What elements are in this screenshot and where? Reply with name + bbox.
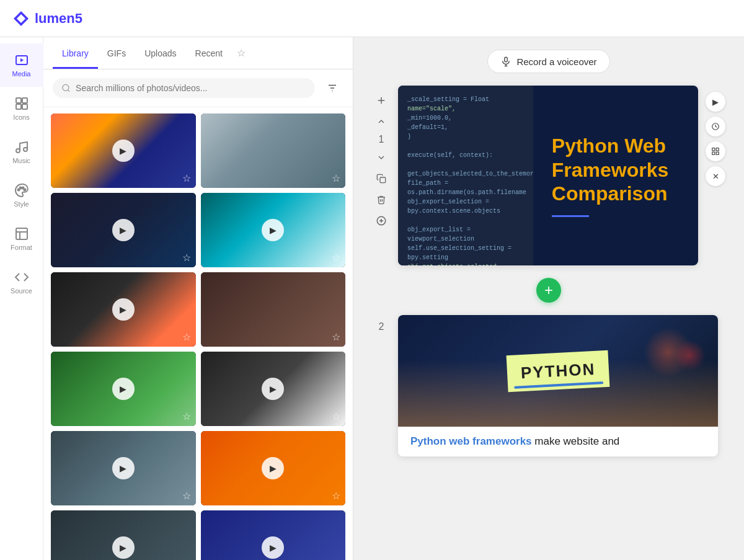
svg-rect-4 xyxy=(22,98,27,103)
favorites-star-icon[interactable]: ☆ xyxy=(237,47,246,59)
sidebar-item-icons[interactable]: Icons xyxy=(0,87,43,130)
svg-rect-5 xyxy=(16,104,21,109)
duplicate-button[interactable] xyxy=(373,170,390,187)
tab-recent[interactable]: Recent xyxy=(186,37,232,69)
scroll-down-button[interactable] xyxy=(373,149,390,166)
favorite-icon[interactable]: ☆ xyxy=(332,252,340,264)
slide2-body-text: make website and xyxy=(532,435,620,447)
play-icon: ▶ xyxy=(262,219,284,241)
slide-controls-left-1: 1 xyxy=(372,86,391,229)
delete-button[interactable] xyxy=(373,191,390,208)
list-item[interactable]: ▶ ☆ xyxy=(201,352,346,426)
slide-number-2: 2 xyxy=(379,321,384,332)
favorite-icon[interactable]: ☆ xyxy=(182,331,191,343)
slide-frame-1[interactable]: _scale_setting = Float name="scale", _mi… xyxy=(398,86,698,265)
icons-icon xyxy=(14,96,29,111)
sidebar-item-media-label: Media xyxy=(12,70,31,78)
search-icon xyxy=(61,83,71,93)
search-bar xyxy=(43,69,353,107)
play-icon: ▶ xyxy=(112,219,135,241)
sidebar-item-music-label: Music xyxy=(12,157,30,164)
favorite-icon[interactable]: ☆ xyxy=(182,490,191,502)
play-icon: ▶ xyxy=(112,536,135,559)
list-item[interactable]: ▶ ☆ xyxy=(51,352,196,426)
slide2-highlight-text: Python web frameworks xyxy=(410,435,532,447)
list-item[interactable]: ☆ xyxy=(201,113,346,188)
slide-code-background: _scale_setting = Float name="scale", _mi… xyxy=(398,86,533,265)
favorite-icon[interactable]: ☆ xyxy=(182,411,191,422)
trash-icon xyxy=(376,195,386,205)
sidebar: Media Icons Music xyxy=(0,37,43,560)
voiceover-button[interactable]: Record a voiceover xyxy=(487,50,609,73)
timer-button[interactable] xyxy=(706,117,725,136)
svg-point-8 xyxy=(24,148,27,151)
source-icon xyxy=(14,270,29,285)
slide-frame-2[interactable]: PYTHON Python web frameworks make websit… xyxy=(398,315,718,456)
filter-button[interactable] xyxy=(321,77,343,99)
sidebar-item-format[interactable]: Format xyxy=(0,217,43,260)
sidebar-item-source-label: Source xyxy=(11,287,32,295)
favorite-icon[interactable]: ☆ xyxy=(182,252,191,264)
search-input-wrapper xyxy=(53,78,315,98)
svg-rect-33 xyxy=(712,152,715,154)
svg-rect-26 xyxy=(380,177,386,183)
slide-underline xyxy=(552,215,589,217)
slide-controls-right-1: ▶ ✕ xyxy=(706,86,725,186)
slide-text-content-1: Python Web Frameworks Comparison xyxy=(533,115,698,235)
chevron-down-icon xyxy=(376,153,386,162)
tab-library[interactable]: Library xyxy=(53,37,98,69)
svg-line-17 xyxy=(68,90,69,92)
logo[interactable]: lumen5 xyxy=(12,10,82,27)
svg-rect-32 xyxy=(716,148,719,151)
media-panel: Library GIFs Uploads Recent ☆ xyxy=(43,37,353,560)
list-item[interactable]: ▶ ☆ xyxy=(51,510,196,560)
chevron-up-icon xyxy=(376,117,386,127)
svg-point-11 xyxy=(22,187,24,189)
scroll-up-button[interactable] xyxy=(373,113,390,130)
svg-rect-6 xyxy=(22,104,27,109)
add-slide-button[interactable]: + xyxy=(536,278,561,303)
tab-gifs[interactable]: GIFs xyxy=(98,37,135,69)
grid-icon xyxy=(711,147,720,156)
python-note: PYTHON xyxy=(506,350,609,392)
add-below-button[interactable] xyxy=(373,212,390,229)
list-item[interactable]: ☆ xyxy=(201,272,346,347)
list-item[interactable]: ▶ ☆ xyxy=(51,272,196,347)
list-item[interactable]: ▶ ☆ xyxy=(51,431,196,505)
sidebar-item-music[interactable]: Music xyxy=(0,130,43,174)
add-above-icon xyxy=(376,95,387,106)
svg-point-7 xyxy=(16,149,20,153)
sidebar-item-icons-label: Icons xyxy=(13,113,29,121)
search-input[interactable] xyxy=(76,83,306,93)
favorite-icon[interactable]: ☆ xyxy=(182,172,191,184)
slide-row-1: 1 xyxy=(353,86,744,265)
list-item[interactable]: ▶ ☆ xyxy=(201,193,346,267)
close-button[interactable]: ✕ xyxy=(706,166,725,186)
svg-point-16 xyxy=(63,84,69,91)
list-item[interactable]: ▶ ☆ xyxy=(51,193,196,267)
favorite-icon[interactable]: ☆ xyxy=(332,411,340,422)
sidebar-item-media[interactable]: Media xyxy=(0,43,43,87)
tab-uploads[interactable]: Uploads xyxy=(135,37,185,69)
media-grid: ▶ ☆ ☆ ▶ ☆ ▶ ☆ ▶ ☆ xyxy=(43,107,353,560)
voiceover-label: Record a voiceover xyxy=(516,56,596,67)
play-icon: ▶ xyxy=(262,378,284,400)
list-item[interactable]: ▶ ☆ xyxy=(201,431,346,505)
svg-point-9 xyxy=(17,189,19,191)
slide-row-2: 2 PYTHON Python web frameworks make xyxy=(353,315,744,456)
list-item[interactable]: ▶ ☆ xyxy=(201,510,346,560)
logo-icon xyxy=(12,10,30,27)
grid-button[interactable] xyxy=(706,141,725,161)
sidebar-item-style[interactable]: Style xyxy=(0,174,43,217)
add-above-button[interactable] xyxy=(373,92,390,109)
play-slide-button[interactable]: ▶ xyxy=(706,92,725,112)
list-item[interactable]: ▶ ☆ xyxy=(51,113,196,188)
favorite-icon[interactable]: ☆ xyxy=(332,331,340,343)
svg-point-10 xyxy=(19,187,21,189)
media-icon xyxy=(14,53,29,68)
favorite-icon[interactable]: ☆ xyxy=(332,490,340,502)
favorite-icon[interactable]: ☆ xyxy=(332,172,340,184)
svg-rect-13 xyxy=(16,228,27,239)
style-icon xyxy=(14,183,29,198)
sidebar-item-source[interactable]: Source xyxy=(0,260,43,304)
